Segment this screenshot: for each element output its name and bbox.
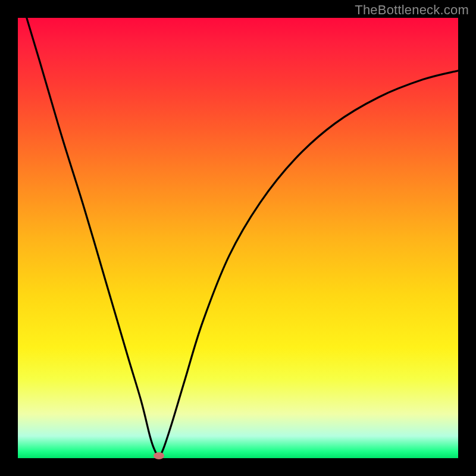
minimum-dot [154,452,164,459]
curve-layer [18,18,458,458]
watermark-label: TheBottleneck.com [355,2,469,18]
bottleneck-curve [27,18,458,456]
chart-frame: TheBottleneck.com [0,0,476,476]
plot-area [18,18,458,458]
